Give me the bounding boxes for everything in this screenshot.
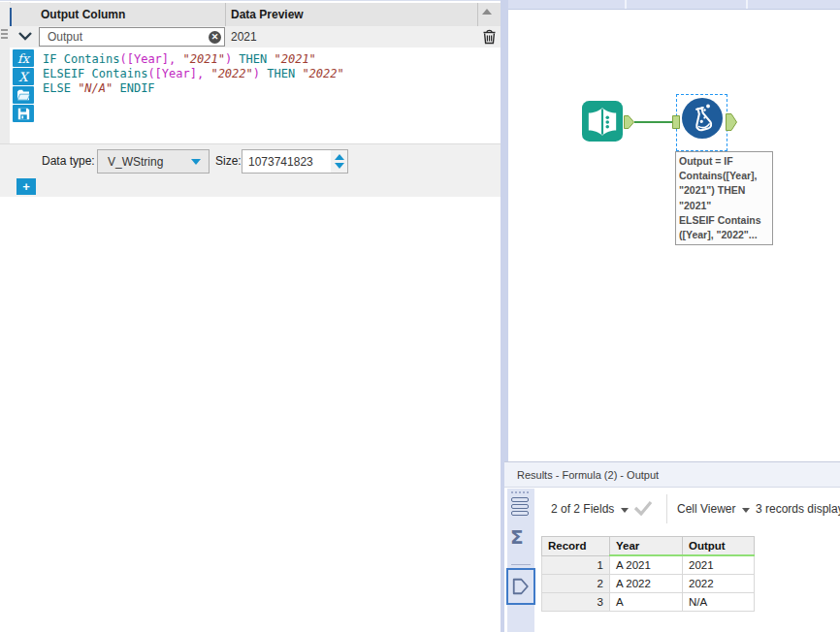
- save-icon: [17, 108, 30, 120]
- workflow-canvas[interactable]: Output = IFContains([Year],"2021") THEN"…: [508, 0, 840, 461]
- formula-line[interactable]: ELSEIF Contains([Year], "2022") THEN "20…: [43, 67, 344, 81]
- results-toolbar: 2 of 2 Fields Cell Viewer 3 records disp…: [534, 489, 840, 531]
- size-spinner[interactable]: [331, 149, 348, 174]
- table-cell[interactable]: 2022: [683, 575, 755, 593]
- output-anchor-pentagon-icon: [511, 576, 531, 597]
- table-row[interactable]: 3AN/A: [542, 593, 755, 612]
- size-field: [242, 149, 332, 174]
- record-column-header[interactable]: Record: [542, 537, 610, 556]
- table-cell[interactable]: 1: [542, 555, 610, 575]
- data-type-label: Data type:: [42, 154, 95, 168]
- output-column-header: Output Column: [41, 8, 125, 21]
- drag-handle-icon[interactable]: [1, 37, 8, 39]
- results-title: Results - Formula (2) - Output: [517, 469, 659, 481]
- input-data-book-icon: [582, 101, 623, 142]
- formula-line[interactable]: ELSE "N/A" ENDIF: [43, 81, 344, 96]
- annotation-line: Contains([Year],: [679, 169, 769, 183]
- strip-divider: [511, 564, 531, 565]
- data-profile-button[interactable]: [511, 497, 529, 518]
- table-cell[interactable]: 2021: [683, 555, 755, 575]
- top-strip-divider: [746, 0, 748, 9]
- trash-icon: [481, 28, 498, 45]
- fields-caret-icon[interactable]: [621, 508, 629, 513]
- formula-line[interactable]: IF Contains([Year], "2021") THEN "2021": [43, 52, 344, 67]
- table-cell[interactable]: 2: [542, 575, 610, 593]
- output-anchor-icon[interactable]: [624, 115, 634, 132]
- data-type-dropdown[interactable]: V_WString: [97, 149, 210, 174]
- annotation-line: ELSEIF Contains: [679, 213, 769, 228]
- chevron-down-icon: [18, 32, 32, 41]
- column-headers: Output Column Data Preview: [10, 3, 501, 27]
- open-expression-button[interactable]: [13, 86, 34, 104]
- size-label: Size:: [215, 154, 242, 168]
- add-expression-button[interactable]: +: [16, 178, 36, 195]
- annotation-line: Output = IF: [679, 154, 769, 169]
- table-cell[interactable]: A 2022: [610, 575, 683, 593]
- year-column-header[interactable]: Year: [610, 537, 683, 556]
- stacked-bars-icon: [511, 497, 529, 502]
- canvas-top-strip: [508, 0, 840, 10]
- grid-header-row: Record Year Output: [542, 537, 755, 556]
- annotation-line: "2021": [679, 199, 769, 213]
- strip-grip-icon[interactable]: [511, 491, 531, 494]
- annotation-line: "2021") THEN: [679, 183, 769, 198]
- table-row[interactable]: 2A 20222022: [542, 575, 755, 593]
- results-icon-strip: Σ: [507, 489, 534, 632]
- drag-handle-icon[interactable]: [1, 29, 8, 31]
- data-type-row: Data type: V_WString Size:: [0, 143, 501, 178]
- table-cell[interactable]: A 2021: [610, 555, 683, 575]
- results-panel: Results - Formula (2) - Output Σ 2 of 2 …: [504, 461, 840, 632]
- cell-viewer-caret-icon[interactable]: [742, 508, 750, 513]
- output-column-header[interactable]: Output: [683, 537, 755, 556]
- records-displayed-label: 3 records display: [756, 502, 840, 516]
- formula-flask-icon: [682, 98, 723, 139]
- results-data-grid: Record Year Output 1A 202120212A 2022202…: [541, 536, 755, 612]
- insert-function-button[interactable]: fx: [13, 49, 34, 67]
- toolbar-separator: [666, 494, 667, 523]
- spinner-up-icon[interactable]: [335, 154, 344, 160]
- insert-variable-button[interactable]: X: [13, 68, 34, 85]
- data-preview-value: 2021: [231, 30, 257, 44]
- table-cell[interactable]: N/A: [683, 593, 755, 612]
- fx-icon: fx: [17, 51, 29, 66]
- output-anchor-view-button[interactable]: [506, 568, 535, 605]
- formula-configuration-panel: Output Column Data Preview ✕ 2021: [0, 0, 501, 632]
- alteryx-designer-window: Output Column Data Preview ✕ 2021: [0, 0, 840, 632]
- expression-editor[interactable]: fx X IF Contains([Year], "2021") TH: [10, 47, 501, 143]
- plus-icon: +: [22, 179, 30, 194]
- output-column-name-box: ✕: [39, 27, 225, 47]
- top-strip-divider: [625, 0, 627, 9]
- clear-icon[interactable]: ✕: [209, 31, 221, 44]
- delete-expression-button[interactable]: [481, 28, 498, 45]
- formula-expression[interactable]: IF Contains([Year], "2021") THEN "2021"E…: [43, 52, 344, 96]
- formula-tool[interactable]: [682, 98, 723, 139]
- save-expression-button[interactable]: [13, 105, 34, 122]
- expand-collapse-button[interactable]: [13, 27, 37, 46]
- table-cell[interactable]: 3: [542, 593, 610, 612]
- table-row[interactable]: 1A 20212021: [542, 555, 755, 575]
- open-folder-icon: [16, 89, 30, 101]
- results-title-bar[interactable]: Results - Formula (2) - Output: [504, 462, 840, 488]
- cell-viewer-dropdown[interactable]: Cell Viewer: [677, 502, 735, 516]
- annotation-line: ([Year], "2022"...: [679, 228, 769, 242]
- input-data-tool[interactable]: [582, 101, 623, 142]
- add-expression-row: +: [0, 177, 501, 197]
- connection-line[interactable]: [634, 121, 677, 123]
- dropdown-arrow-icon: [191, 159, 201, 165]
- metadata-view-button[interactable]: Σ: [510, 525, 524, 549]
- output-field-row: ✕ 2021: [10, 26, 501, 48]
- table-cell[interactable]: A: [610, 593, 683, 612]
- data-preview-header: Data Preview: [231, 8, 304, 21]
- checkmark-icon: [633, 500, 653, 516]
- tool-annotation[interactable]: Output = IFContains([Year],"2021") THEN"…: [675, 151, 773, 245]
- fields-dropdown[interactable]: 2 of 2 Fields: [551, 502, 614, 516]
- scroll-up-icon[interactable]: [482, 9, 496, 20]
- variables-icon: X: [18, 70, 27, 84]
- spinner-down-icon[interactable]: [335, 163, 344, 169]
- output-column-name-input[interactable]: [40, 30, 209, 44]
- input-anchor-icon[interactable]: [672, 115, 680, 132]
- drag-handle-icon[interactable]: [1, 33, 8, 35]
- size-input[interactable]: [242, 150, 332, 173]
- sigma-icon: Σ: [510, 525, 524, 549]
- output-anchor-icon[interactable]: [726, 113, 737, 134]
